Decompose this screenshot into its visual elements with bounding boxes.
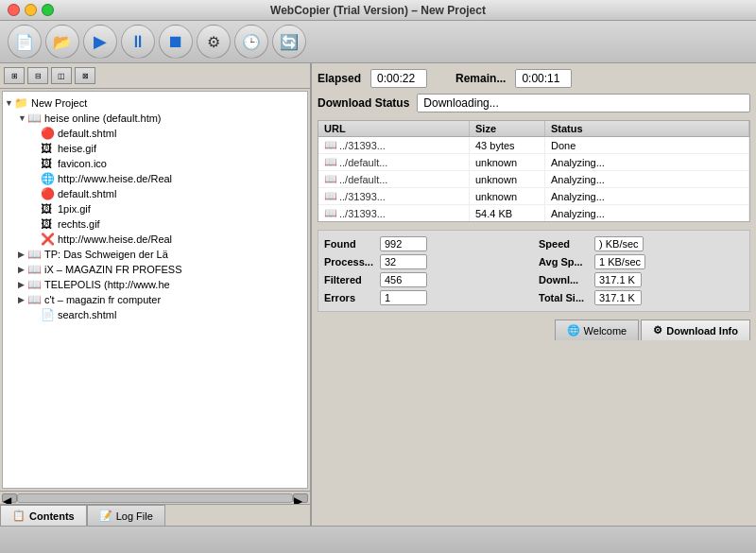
speed-value: ) KB/sec xyxy=(594,236,644,251)
scroll-left-btn[interactable]: ◀ xyxy=(2,493,17,503)
tab-log-file[interactable]: 📝 Log File xyxy=(87,505,165,526)
tree-item-label: rechts.gif xyxy=(58,218,100,230)
header-url: URL xyxy=(318,121,470,136)
tree-icon-1: ⊞ xyxy=(11,72,18,80)
tree-item[interactable]: ▶ 📖 TELEPOLIS (http://www.he xyxy=(3,277,307,292)
table-header: URL Size Status xyxy=(318,121,749,137)
download-status-label: Download Status xyxy=(318,96,409,110)
table-url-text: ../default... xyxy=(339,157,387,168)
tab-contents[interactable]: 📋 Contents xyxy=(0,505,87,526)
pause-button[interactable]: ⏸ xyxy=(121,25,155,59)
tree-item[interactable]: ▶ 📖 iX – MAGAZIN FR PROFESS xyxy=(3,262,307,277)
remain-label: Remain... xyxy=(455,72,506,85)
download-table: URL Size Status 📖 ../31393... 43 bytes D… xyxy=(318,120,750,222)
tree-item[interactable]: 🌐 http://www.heise.de/Real xyxy=(3,171,307,186)
found-label: Found xyxy=(324,238,376,250)
tree-arrow: ▶ xyxy=(18,280,27,289)
processed-row: Process... 32 xyxy=(324,254,529,269)
table-body: 📖 ../31393... 43 bytes Done 📖 ../default… xyxy=(318,137,749,221)
table-url-text: ../31393... xyxy=(339,191,386,202)
tree-toolbar: ⊞ ⊟ ◫ ⊠ xyxy=(0,63,310,89)
tree-item-label: iX – MAGAZIN FR PROFESS xyxy=(44,264,181,275)
filtered-value: 456 xyxy=(380,272,427,287)
table-cell-size: 43 bytes xyxy=(470,137,545,153)
tree-item-label: default.shtml xyxy=(58,128,116,139)
table-url-text: ../31393... xyxy=(339,140,386,151)
tab-download-info[interactable]: ⚙ Download Info xyxy=(641,320,750,340)
scroll-right-btn[interactable]: ▶ xyxy=(293,493,308,503)
processed-value: 32 xyxy=(380,254,427,269)
tree-item[interactable]: ▼ 📁 New Project xyxy=(3,95,307,111)
scroll-track[interactable] xyxy=(17,493,293,503)
close-button[interactable] xyxy=(8,4,20,16)
table-row[interactable]: 📖 ../31393... unknown Analyzing... xyxy=(318,188,749,205)
tree-tool-4[interactable]: ⊠ xyxy=(75,67,95,84)
table-url-text: ../default... xyxy=(339,174,387,185)
maximize-button[interactable] xyxy=(42,4,54,16)
tree-item-label: TP: Das Schweigen der Lä xyxy=(44,249,168,260)
tree-item[interactable]: 🖼 1pix.gif xyxy=(3,201,307,216)
tree-item[interactable]: 📄 search.shtml xyxy=(3,307,307,322)
table-row[interactable]: 📖 ../31393... 43 bytes Done xyxy=(318,137,749,154)
tree-tool-2[interactable]: ⊟ xyxy=(27,67,48,84)
tree-item[interactable]: 🖼 heise.gif xyxy=(3,141,307,156)
tree-item-label: c't – magazin fr computer xyxy=(44,294,161,305)
left-panel: ⊞ ⊟ ◫ ⊠ ▼ 📁 New Project ▼ 📖 heise online… xyxy=(0,63,312,526)
new-button[interactable]: 📄 xyxy=(8,25,42,59)
tree-item[interactable]: ▼ 📖 heise online (default.htm) xyxy=(3,111,307,126)
open-button[interactable]: 📂 xyxy=(45,25,79,59)
tree-item[interactable]: 🖼 favicon.ico xyxy=(3,156,307,171)
total-size-value: 317.1 K xyxy=(594,290,642,305)
horizontal-scrollbar[interactable]: ◀ ▶ xyxy=(0,491,310,504)
sync-button[interactable]: 🔄 xyxy=(272,25,306,59)
stop-button[interactable]: ⏹ xyxy=(159,25,193,59)
table-row[interactable]: 📖 ../31393... 54.4 KB Analyzing... xyxy=(318,205,749,221)
tree-item[interactable]: 🖼 rechts.gif xyxy=(3,216,307,232)
remain-value: 0:00:11 xyxy=(515,69,572,88)
table-row[interactable]: 📖 ../default... unknown Analyzing... xyxy=(318,171,749,188)
play-icon: ▶ xyxy=(94,31,107,52)
scheduler-button[interactable]: 🕒 xyxy=(234,25,268,59)
table-row[interactable]: 📖 ../default... unknown Analyzing... xyxy=(318,154,749,171)
table-cell-url: 📖 ../31393... xyxy=(318,188,470,204)
table-url-text: ../31393... xyxy=(339,208,386,219)
window-title: WebCopier (Trial Version) – New Project xyxy=(270,4,486,17)
tree-icon-3: ◫ xyxy=(58,72,65,80)
row-icon: 📖 xyxy=(324,156,337,168)
tree-arrow: ▼ xyxy=(5,98,14,108)
row-icon: 📖 xyxy=(324,207,337,219)
tree-tool-3[interactable]: ◫ xyxy=(51,67,72,84)
stop-icon: ⏹ xyxy=(167,32,184,52)
minimize-button[interactable] xyxy=(25,4,37,16)
start-button[interactable]: ▶ xyxy=(83,25,117,59)
scheduler-icon: 🕒 xyxy=(242,33,261,51)
tree-item[interactable]: ▶ 📖 c't – magazin fr computer xyxy=(3,292,307,307)
options-button[interactable]: ⚙ xyxy=(197,25,231,59)
row-icon: 📖 xyxy=(324,173,337,185)
tree-item-icon: 🖼 xyxy=(41,217,56,231)
tree-item-label: heise.gif xyxy=(58,143,96,154)
project-tree[interactable]: ▼ 📁 New Project ▼ 📖 heise online (defaul… xyxy=(2,91,308,489)
contents-tab-label: Contents xyxy=(29,510,75,522)
table-cell-size: unknown xyxy=(470,188,545,204)
tree-tool-1[interactable]: ⊞ xyxy=(4,67,25,84)
tree-item-icon: 📖 xyxy=(27,278,43,291)
table-cell-url: 📖 ../31393... xyxy=(318,137,470,153)
tree-item[interactable]: ▶ 📖 TP: Das Schweigen der Lä xyxy=(3,247,307,262)
tree-item-label: heise online (default.htm) xyxy=(44,112,162,124)
tree-item-icon: 📖 xyxy=(27,112,43,125)
tree-item[interactable]: 🔴 default.shtml xyxy=(3,126,307,141)
table-cell-url: 📖 ../default... xyxy=(318,154,470,170)
tab-welcome[interactable]: 🌐 Welcome xyxy=(555,320,640,340)
errors-label: Errors xyxy=(324,292,376,303)
tree-item[interactable]: 🔴 default.shtml xyxy=(3,186,307,201)
tree-item-icon: 📖 xyxy=(27,293,43,306)
tree-arrow: ▶ xyxy=(18,295,27,304)
table-cell-status: Done xyxy=(545,137,749,153)
tree-item-icon: 🌐 xyxy=(41,172,56,185)
tree-arrow: ▶ xyxy=(18,265,27,274)
elapsed-value: 0:00:22 xyxy=(370,69,427,88)
tree-item-label: favicon.ico xyxy=(58,158,107,169)
speed-label: Speed xyxy=(539,238,591,250)
tree-item[interactable]: ❌ http://www.heise.de/Real xyxy=(3,232,307,247)
